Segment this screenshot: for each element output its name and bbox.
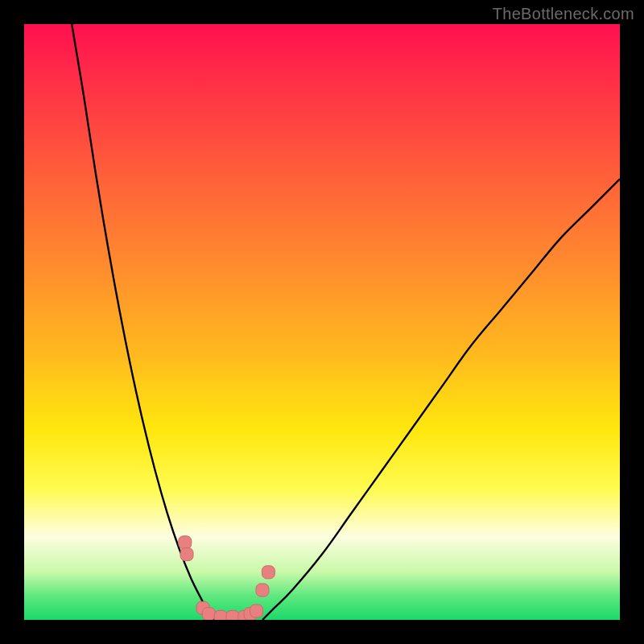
data-marker [226, 610, 239, 620]
chart-frame: TheBottleneck.com [0, 0, 644, 644]
plot-area [24, 24, 620, 620]
left-curve [72, 24, 215, 620]
marker-group [179, 536, 275, 620]
curve-layer [24, 24, 620, 620]
data-marker [179, 536, 192, 549]
data-marker [180, 548, 193, 561]
right-curve [262, 179, 620, 620]
data-marker [202, 608, 215, 620]
data-marker [262, 566, 275, 579]
data-marker [256, 584, 269, 597]
data-marker [214, 610, 227, 620]
watermark-text: TheBottleneck.com [493, 5, 634, 23]
data-marker [250, 605, 263, 617]
